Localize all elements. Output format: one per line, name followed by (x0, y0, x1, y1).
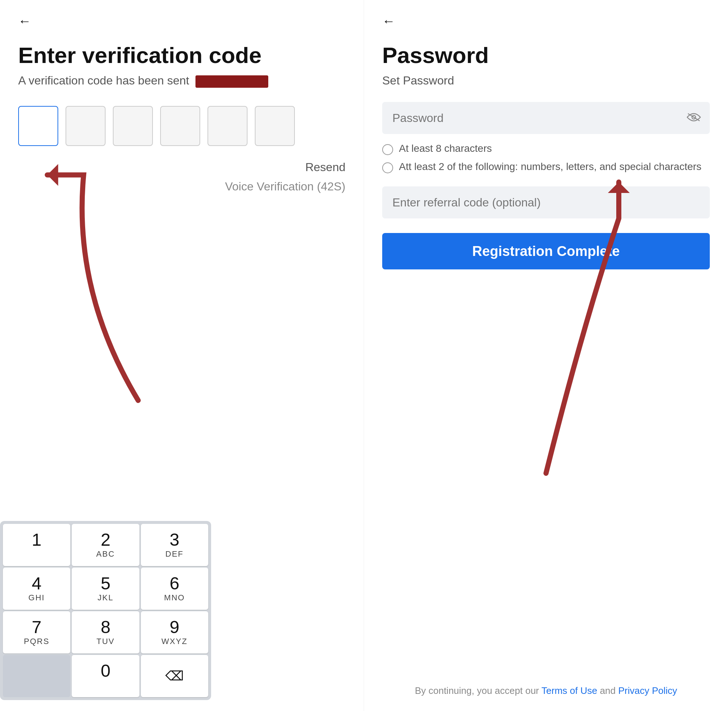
privacy-policy-link[interactable]: Privacy Policy (619, 685, 677, 696)
numpad-key-8[interactable]: 8 TUV (72, 611, 139, 653)
page-title-right: Password (382, 42, 710, 68)
code-input-1[interactable] (18, 106, 58, 146)
numpad-key-9[interactable]: 9 WXYZ (141, 611, 208, 653)
code-input-6[interactable] (255, 106, 295, 146)
requirement-radio-1 (382, 144, 393, 155)
back-button-right[interactable]: ← (382, 15, 395, 28)
voice-verify-button[interactable]: Voice Verification (42S) (225, 180, 345, 193)
back-button-left[interactable]: ← (18, 15, 31, 28)
numpad-key-1[interactable]: 1 (3, 524, 70, 566)
numpad-grid: 1 2 ABC 3 DEF 4 GHI 5 JKL 6 MNO (3, 524, 208, 653)
resend-button[interactable]: Resend (305, 161, 345, 174)
password-input-wrapper (382, 102, 710, 134)
password-input[interactable] (382, 102, 710, 134)
requirement-label-1: At least 8 characters (399, 143, 492, 154)
page-title-left: Enter verification code (18, 42, 345, 68)
numpad-key-7[interactable]: 7 PQRS (3, 611, 70, 653)
numpad-empty-key (3, 655, 70, 697)
numpad-key-6[interactable]: 6 MNO (141, 568, 208, 610)
eye-icon[interactable] (687, 110, 701, 125)
requirement-radio-2 (382, 162, 393, 173)
numpad-key-0[interactable]: 0 (72, 655, 139, 697)
footer-text: By continuing, you accept our Terms of U… (382, 685, 710, 696)
terms-of-use-link[interactable]: Terms of Use (542, 685, 597, 696)
numpad-key-5[interactable]: 5 JKL (72, 568, 139, 610)
numpad: 1 2 ABC 3 DEF 4 GHI 5 JKL 6 MNO (0, 521, 211, 700)
password-panel: ← Password Set Password At least 8 chara… (364, 0, 728, 711)
numpad-key-4[interactable]: 4 GHI (3, 568, 70, 610)
subtitle-left: A verification code has been sent (18, 74, 345, 88)
password-requirements: At least 8 characters Att least 2 of the… (382, 143, 710, 173)
redacted-info (196, 75, 268, 88)
numpad-key-2[interactable]: 2 ABC (72, 524, 139, 566)
set-password-label: Set Password (382, 74, 710, 87)
code-input-5[interactable] (208, 106, 248, 146)
numpad-delete-button[interactable]: ⌫ (141, 655, 208, 697)
code-input-3[interactable] (113, 106, 153, 146)
code-input-4[interactable] (160, 106, 200, 146)
numpad-key-3[interactable]: 3 DEF (141, 524, 208, 566)
referral-code-input[interactable] (382, 186, 710, 218)
code-input-2[interactable] (66, 106, 106, 146)
requirement-item-1: At least 8 characters (382, 143, 710, 155)
verification-code-inputs (18, 106, 345, 146)
registration-complete-button[interactable]: Registration Complete (382, 233, 710, 269)
requirement-label-2: Att least 2 of the following: numbers, l… (399, 161, 701, 173)
verification-panel: ← Enter verification code A verification… (0, 0, 364, 711)
numpad-bottom-row: 0 ⌫ (3, 655, 208, 697)
requirement-item-2: Att least 2 of the following: numbers, l… (382, 161, 710, 173)
